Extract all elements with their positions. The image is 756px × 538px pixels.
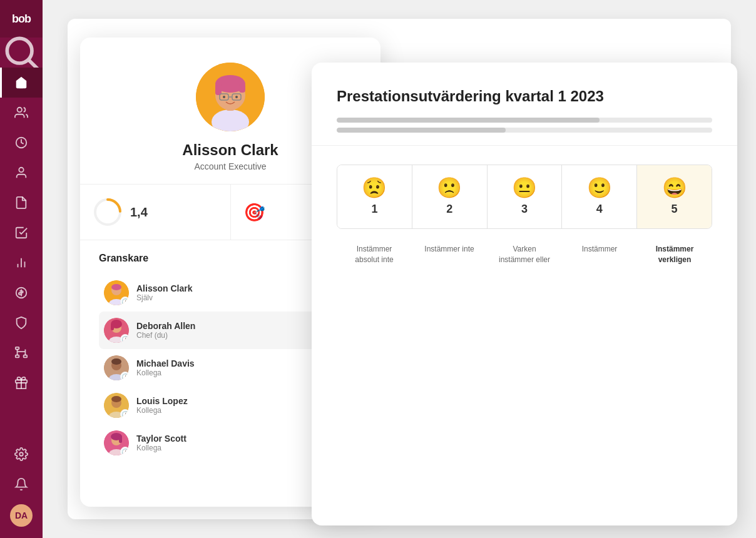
main-content: Alisson Clark Account Executive 1,4 🎯 Gr…: [43, 0, 756, 538]
emoji-2: 🙁: [437, 178, 462, 198]
sidebar-bottom: DA: [0, 439, 43, 538]
svg-point-45: [111, 396, 121, 402]
bell-icon: [14, 477, 28, 491]
svg-rect-37: [111, 324, 114, 330]
clock-badge-louis: 🕐: [120, 409, 129, 418]
svg-rect-9: [16, 347, 19, 350]
svg-point-0: [7, 38, 32, 63]
sidebar-item-gifts[interactable]: [0, 368, 43, 398]
sidebar-item-profile[interactable]: [0, 158, 43, 188]
progress-fill-1: [337, 118, 600, 123]
sidebar-item-home[interactable]: [0, 68, 43, 98]
search-button[interactable]: [0, 38, 43, 68]
hierarchy-icon: [14, 346, 28, 360]
home-icon: [14, 76, 28, 89]
employee-avatar-illustration: [196, 63, 265, 131]
user-initials: DA: [15, 510, 28, 520]
svg-point-14: [19, 452, 23, 456]
score-circle: [93, 197, 123, 227]
reviewer-avatar-michael: 🕐: [104, 355, 129, 380]
svg-point-41: [111, 358, 121, 365]
rating-number-5: 5: [672, 203, 678, 216]
sidebar-item-reports[interactable]: [0, 248, 43, 278]
svg-point-4: [19, 168, 23, 172]
sidebar-item-benefits[interactable]: [0, 308, 43, 338]
clock-badge-deborah: 🕐: [120, 334, 129, 343]
chart-icon: [14, 256, 28, 270]
employee-title: Account Executive: [194, 161, 266, 171]
emoji-5: 😄: [662, 178, 687, 198]
svg-point-26: [235, 96, 238, 98]
progress-bars: [337, 118, 712, 133]
rating-option-5[interactable]: 😄 5: [637, 165, 712, 228]
document-icon: [14, 196, 28, 210]
clock-icon: [14, 136, 28, 150]
label-3: Varkeninstämmer eller: [487, 241, 562, 268]
sidebar-item-documents[interactable]: [0, 188, 43, 218]
sidebar: bob: [0, 0, 43, 538]
label-5: Instämmerverkligen: [637, 241, 712, 268]
sidebar-item-compensation[interactable]: [0, 278, 43, 308]
employee-name: Alisson Clark: [182, 141, 278, 159]
sidebar-nav: [0, 68, 43, 439]
rating-labels: Instämmerabsolut inte Instämmer inte Var…: [337, 241, 712, 268]
eval-header: Prestationsutvärdering kvartal 1 2023: [312, 63, 737, 146]
sidebar-item-org[interactable]: [0, 338, 43, 368]
clock-badge-alisson: 🕐: [120, 297, 129, 305]
svg-rect-21: [239, 84, 245, 93]
emoji-4: 🙂: [587, 178, 612, 198]
rating-scale: 😟 1 🙁 2 😐 3 🙂 4 😄 5: [337, 165, 712, 229]
svg-rect-50: [119, 435, 122, 443]
rating-option-1[interactable]: 😟 1: [337, 165, 412, 228]
gift-icon: [14, 376, 28, 390]
reviewer-avatar-taylor: 🕐: [104, 430, 129, 455]
emoji-1: 😟: [362, 178, 387, 198]
rating-option-3[interactable]: 😐 3: [488, 165, 563, 228]
rating-number-2: 2: [446, 203, 452, 216]
dollar-icon: [14, 286, 28, 300]
people-icon: [14, 106, 28, 119]
progress-bar-1: [337, 118, 712, 123]
label-2: Instämmer inte: [412, 241, 487, 268]
sidebar-item-settings[interactable]: [0, 439, 43, 469]
rating-number-4: 4: [596, 203, 603, 216]
rating-number-3: 3: [521, 203, 528, 216]
label-4: Instämmer: [562, 241, 637, 268]
rating-number-1: 1: [371, 203, 377, 216]
svg-rect-11: [16, 355, 19, 358]
svg-point-2: [18, 108, 22, 112]
sidebar-item-people[interactable]: [0, 98, 43, 128]
eval-body: 😟 1 🙁 2 😐 3 🙂 4 😄 5: [312, 146, 737, 299]
reviewer-avatar-alisson: 🕐: [104, 280, 129, 305]
clock-badge-taylor: 🕐: [120, 447, 129, 455]
score-value: 1,4: [130, 205, 148, 220]
clock-badge-michael: 🕐: [120, 372, 129, 380]
svg-rect-10: [24, 355, 27, 358]
svg-point-32: [111, 284, 121, 290]
person-icon: [14, 166, 28, 180]
eval-title: Prestationsutvärdering kvartal 1 2023: [337, 88, 712, 105]
progress-bar-2: [337, 128, 712, 133]
gear-icon: [14, 447, 28, 461]
rating-option-2[interactable]: 🙁 2: [412, 165, 488, 228]
reviewer-avatar-deborah: 🕐: [104, 318, 129, 343]
svg-point-25: [223, 96, 225, 98]
shield-icon: [14, 316, 28, 330]
reviewer-avatar-louis: 🕐: [104, 393, 129, 418]
sidebar-item-tasks[interactable]: [0, 218, 43, 248]
employee-avatar: [196, 63, 265, 131]
evaluation-panel: Prestationsutvärdering kvartal 1 2023 😟 …: [312, 63, 737, 525]
target-icon: 🎯: [243, 202, 265, 223]
rating-option-4[interactable]: 🙂 4: [562, 165, 637, 228]
score-stat: 1,4: [80, 185, 231, 240]
logo-text: bob: [12, 13, 31, 26]
user-avatar[interactable]: DA: [10, 504, 33, 527]
label-1: Instämmerabsolut inte: [337, 241, 412, 268]
progress-fill-2: [337, 128, 506, 133]
svg-rect-20: [215, 84, 222, 95]
tasks-icon: [14, 226, 28, 240]
emoji-3: 😐: [512, 178, 537, 198]
sidebar-item-notifications[interactable]: [0, 469, 43, 499]
sidebar-item-time[interactable]: [0, 128, 43, 158]
